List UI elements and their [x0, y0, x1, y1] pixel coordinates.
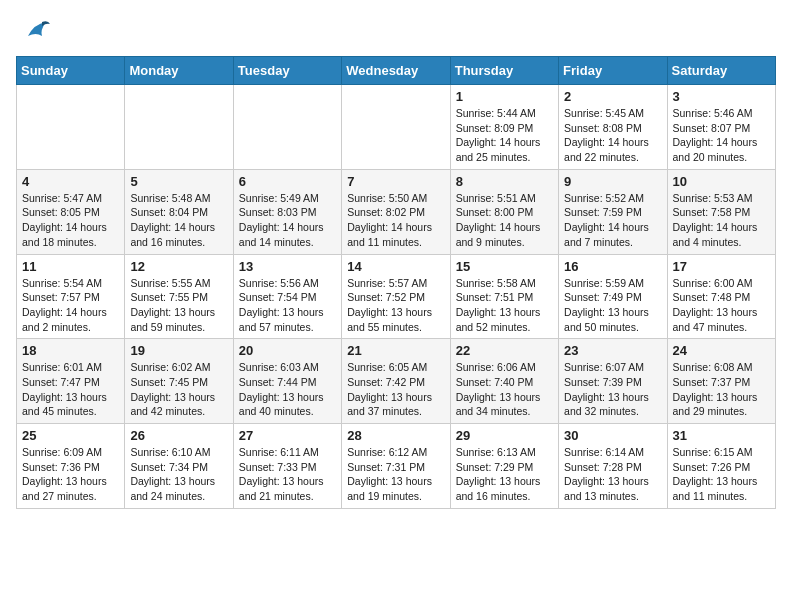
day-number: 10	[673, 174, 770, 189]
day-info: Sunrise: 6:05 AM Sunset: 7:42 PM Dayligh…	[347, 360, 444, 419]
calendar-cell: 17Sunrise: 6:00 AM Sunset: 7:48 PM Dayli…	[667, 254, 775, 339]
day-info: Sunrise: 6:03 AM Sunset: 7:44 PM Dayligh…	[239, 360, 336, 419]
calendar-cell	[17, 85, 125, 170]
calendar-cell: 1Sunrise: 5:44 AM Sunset: 8:09 PM Daylig…	[450, 85, 558, 170]
calendar-cell: 28Sunrise: 6:12 AM Sunset: 7:31 PM Dayli…	[342, 424, 450, 509]
calendar-cell: 20Sunrise: 6:03 AM Sunset: 7:44 PM Dayli…	[233, 339, 341, 424]
day-number: 29	[456, 428, 553, 443]
weekday-header-friday: Friday	[559, 57, 667, 85]
day-number: 12	[130, 259, 227, 274]
calendar-cell: 11Sunrise: 5:54 AM Sunset: 7:57 PM Dayli…	[17, 254, 125, 339]
day-info: Sunrise: 5:50 AM Sunset: 8:02 PM Dayligh…	[347, 191, 444, 250]
day-info: Sunrise: 5:52 AM Sunset: 7:59 PM Dayligh…	[564, 191, 661, 250]
calendar-cell: 19Sunrise: 6:02 AM Sunset: 7:45 PM Dayli…	[125, 339, 233, 424]
day-number: 2	[564, 89, 661, 104]
day-info: Sunrise: 5:46 AM Sunset: 8:07 PM Dayligh…	[673, 106, 770, 165]
calendar-cell: 29Sunrise: 6:13 AM Sunset: 7:29 PM Dayli…	[450, 424, 558, 509]
weekday-header-saturday: Saturday	[667, 57, 775, 85]
day-info: Sunrise: 5:56 AM Sunset: 7:54 PM Dayligh…	[239, 276, 336, 335]
day-info: Sunrise: 5:55 AM Sunset: 7:55 PM Dayligh…	[130, 276, 227, 335]
day-number: 17	[673, 259, 770, 274]
weekday-header-tuesday: Tuesday	[233, 57, 341, 85]
day-number: 24	[673, 343, 770, 358]
calendar-cell: 15Sunrise: 5:58 AM Sunset: 7:51 PM Dayli…	[450, 254, 558, 339]
calendar-table: SundayMondayTuesdayWednesdayThursdayFrid…	[16, 56, 776, 509]
calendar-cell: 25Sunrise: 6:09 AM Sunset: 7:36 PM Dayli…	[17, 424, 125, 509]
day-number: 19	[130, 343, 227, 358]
calendar-cell: 14Sunrise: 5:57 AM Sunset: 7:52 PM Dayli…	[342, 254, 450, 339]
day-info: Sunrise: 5:48 AM Sunset: 8:04 PM Dayligh…	[130, 191, 227, 250]
day-number: 13	[239, 259, 336, 274]
day-number: 16	[564, 259, 661, 274]
page-header	[16, 16, 776, 46]
calendar-week-row: 1Sunrise: 5:44 AM Sunset: 8:09 PM Daylig…	[17, 85, 776, 170]
day-info: Sunrise: 6:12 AM Sunset: 7:31 PM Dayligh…	[347, 445, 444, 504]
day-info: Sunrise: 5:54 AM Sunset: 7:57 PM Dayligh…	[22, 276, 119, 335]
calendar-cell	[233, 85, 341, 170]
day-number: 18	[22, 343, 119, 358]
day-number: 15	[456, 259, 553, 274]
calendar-cell: 9Sunrise: 5:52 AM Sunset: 7:59 PM Daylig…	[559, 169, 667, 254]
day-number: 6	[239, 174, 336, 189]
day-number: 1	[456, 89, 553, 104]
calendar-cell: 21Sunrise: 6:05 AM Sunset: 7:42 PM Dayli…	[342, 339, 450, 424]
calendar-cell: 16Sunrise: 5:59 AM Sunset: 7:49 PM Dayli…	[559, 254, 667, 339]
day-number: 8	[456, 174, 553, 189]
calendar-cell: 30Sunrise: 6:14 AM Sunset: 7:28 PM Dayli…	[559, 424, 667, 509]
calendar-cell: 13Sunrise: 5:56 AM Sunset: 7:54 PM Dayli…	[233, 254, 341, 339]
calendar-cell: 2Sunrise: 5:45 AM Sunset: 8:08 PM Daylig…	[559, 85, 667, 170]
day-number: 22	[456, 343, 553, 358]
calendar-cell: 5Sunrise: 5:48 AM Sunset: 8:04 PM Daylig…	[125, 169, 233, 254]
day-number: 23	[564, 343, 661, 358]
day-info: Sunrise: 6:06 AM Sunset: 7:40 PM Dayligh…	[456, 360, 553, 419]
calendar-body: 1Sunrise: 5:44 AM Sunset: 8:09 PM Daylig…	[17, 85, 776, 509]
day-number: 31	[673, 428, 770, 443]
weekday-header-sunday: Sunday	[17, 57, 125, 85]
day-info: Sunrise: 5:57 AM Sunset: 7:52 PM Dayligh…	[347, 276, 444, 335]
day-number: 3	[673, 89, 770, 104]
day-info: Sunrise: 6:00 AM Sunset: 7:48 PM Dayligh…	[673, 276, 770, 335]
day-info: Sunrise: 6:07 AM Sunset: 7:39 PM Dayligh…	[564, 360, 661, 419]
day-number: 9	[564, 174, 661, 189]
day-info: Sunrise: 6:14 AM Sunset: 7:28 PM Dayligh…	[564, 445, 661, 504]
day-info: Sunrise: 6:08 AM Sunset: 7:37 PM Dayligh…	[673, 360, 770, 419]
calendar-week-row: 18Sunrise: 6:01 AM Sunset: 7:47 PM Dayli…	[17, 339, 776, 424]
calendar-header: SundayMondayTuesdayWednesdayThursdayFrid…	[17, 57, 776, 85]
day-number: 11	[22, 259, 119, 274]
day-number: 25	[22, 428, 119, 443]
calendar-cell: 12Sunrise: 5:55 AM Sunset: 7:55 PM Dayli…	[125, 254, 233, 339]
day-info: Sunrise: 5:45 AM Sunset: 8:08 PM Dayligh…	[564, 106, 661, 165]
day-number: 7	[347, 174, 444, 189]
day-info: Sunrise: 6:11 AM Sunset: 7:33 PM Dayligh…	[239, 445, 336, 504]
day-info: Sunrise: 6:10 AM Sunset: 7:34 PM Dayligh…	[130, 445, 227, 504]
day-number: 28	[347, 428, 444, 443]
day-info: Sunrise: 5:49 AM Sunset: 8:03 PM Dayligh…	[239, 191, 336, 250]
calendar-cell: 4Sunrise: 5:47 AM Sunset: 8:05 PM Daylig…	[17, 169, 125, 254]
day-info: Sunrise: 6:01 AM Sunset: 7:47 PM Dayligh…	[22, 360, 119, 419]
logo-bird-icon	[20, 16, 50, 46]
calendar-week-row: 4Sunrise: 5:47 AM Sunset: 8:05 PM Daylig…	[17, 169, 776, 254]
calendar-cell: 31Sunrise: 6:15 AM Sunset: 7:26 PM Dayli…	[667, 424, 775, 509]
day-number: 26	[130, 428, 227, 443]
calendar-cell: 18Sunrise: 6:01 AM Sunset: 7:47 PM Dayli…	[17, 339, 125, 424]
calendar-cell	[342, 85, 450, 170]
calendar-cell	[125, 85, 233, 170]
day-info: Sunrise: 5:44 AM Sunset: 8:09 PM Dayligh…	[456, 106, 553, 165]
day-info: Sunrise: 6:09 AM Sunset: 7:36 PM Dayligh…	[22, 445, 119, 504]
day-number: 4	[22, 174, 119, 189]
calendar-cell: 27Sunrise: 6:11 AM Sunset: 7:33 PM Dayli…	[233, 424, 341, 509]
calendar-cell: 3Sunrise: 5:46 AM Sunset: 8:07 PM Daylig…	[667, 85, 775, 170]
weekday-header-wednesday: Wednesday	[342, 57, 450, 85]
day-info: Sunrise: 5:47 AM Sunset: 8:05 PM Dayligh…	[22, 191, 119, 250]
day-number: 5	[130, 174, 227, 189]
calendar-cell: 22Sunrise: 6:06 AM Sunset: 7:40 PM Dayli…	[450, 339, 558, 424]
day-number: 30	[564, 428, 661, 443]
day-info: Sunrise: 5:58 AM Sunset: 7:51 PM Dayligh…	[456, 276, 553, 335]
weekday-header-thursday: Thursday	[450, 57, 558, 85]
day-info: Sunrise: 6:13 AM Sunset: 7:29 PM Dayligh…	[456, 445, 553, 504]
calendar-cell: 8Sunrise: 5:51 AM Sunset: 8:00 PM Daylig…	[450, 169, 558, 254]
day-info: Sunrise: 6:15 AM Sunset: 7:26 PM Dayligh…	[673, 445, 770, 504]
calendar-week-row: 25Sunrise: 6:09 AM Sunset: 7:36 PM Dayli…	[17, 424, 776, 509]
day-info: Sunrise: 5:53 AM Sunset: 7:58 PM Dayligh…	[673, 191, 770, 250]
calendar-cell: 26Sunrise: 6:10 AM Sunset: 7:34 PM Dayli…	[125, 424, 233, 509]
